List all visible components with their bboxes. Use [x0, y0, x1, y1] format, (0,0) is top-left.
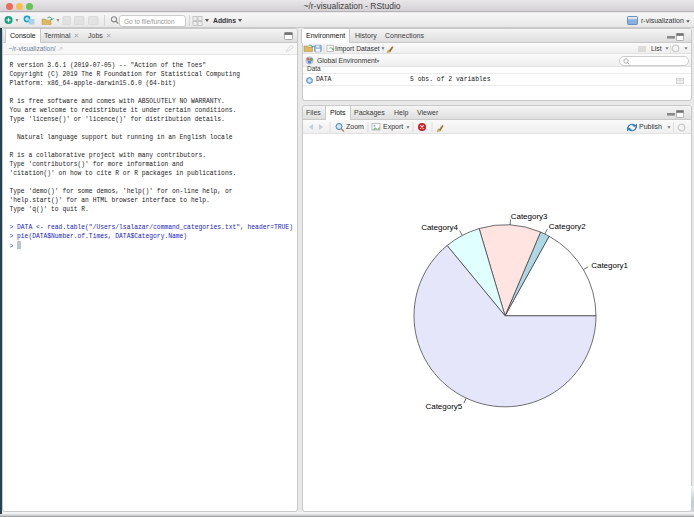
svg-text:Category2: Category2 [549, 222, 586, 231]
svg-text:Category1: Category1 [591, 261, 628, 270]
svg-text:Category4: Category4 [421, 223, 458, 232]
svg-text:Category5: Category5 [425, 402, 462, 411]
svg-text:Category3: Category3 [511, 212, 548, 221]
